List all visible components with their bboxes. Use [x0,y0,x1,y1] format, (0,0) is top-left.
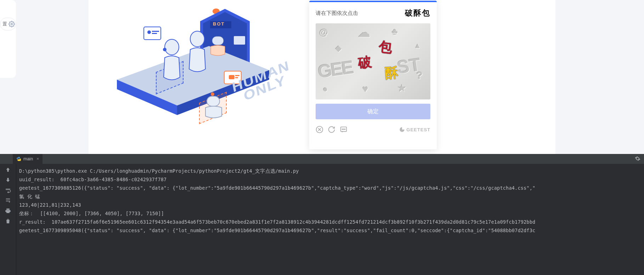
captcha-widget: 请在下图依次点击 破酥包 @ ☁ ♣ GEE ST ◆ ▲ ● ♥ ★ ? 破包… [309,1,437,149]
tab-main[interactable]: main × [13,154,43,164]
browser-demo-area: 置 BOT [0,0,644,154]
ide-tab-bar: un: main × [0,154,644,164]
captcha-footer: GEETEST [316,126,430,133]
human-tag [143,27,161,40]
captcha-instruction: 请在下图依次点击 [316,10,358,17]
confirm-button[interactable]: 确定 [316,104,430,119]
close-icon[interactable]: × [36,156,39,161]
svg-rect-19 [212,36,224,45]
captcha-char[interactable]: 酥 [384,64,399,83]
scanned-robot [207,34,228,58]
print-icon[interactable] [5,208,11,214]
svg-point-13 [190,31,204,47]
left-sidebar: 置 [0,0,16,78]
svg-rect-5 [234,36,245,45]
demo-canvas: BOT [89,0,555,154]
rerun-up-icon[interactable] [5,167,11,173]
geetest-logo-icon [399,127,405,132]
svg-point-14 [211,92,214,96]
human-only-illustration: BOT [106,0,290,149]
captcha-header: 请在下图依次点击 破酥包 [309,2,437,23]
rerun-down-icon[interactable] [5,177,11,183]
svg-rect-12 [152,33,157,34]
captcha-char[interactable]: 包 [378,38,393,57]
feedback-icon[interactable] [340,126,348,133]
captcha-target-chars: 破酥包 [405,8,430,18]
soft-wrap-icon[interactable] [5,187,11,193]
tab-label: main [23,156,33,161]
svg-rect-17 [235,75,239,76]
gear-icon[interactable] [635,156,640,161]
captcha-char[interactable]: 破 [357,53,373,73]
ide-run-panel: un: main × D:\python385\python.exe C:/Us… [0,154,644,275]
human-figure-1 [159,38,184,84]
python-icon [16,156,21,161]
refresh-icon[interactable] [328,126,335,133]
trash-icon[interactable] [5,218,11,224]
svg-rect-15 [207,96,220,106]
ide-gutter [0,164,16,275]
gear-icon [9,21,15,27]
svg-point-9 [165,39,179,55]
settings-label: 置 [2,21,7,27]
svg-point-0 [11,23,13,25]
human-figure-2 [185,30,210,76]
close-icon[interactable] [316,126,323,133]
captcha-image[interactable]: @ ☁ ♣ GEE ST ◆ ▲ ● ♥ ★ ? 破包酥 [316,23,430,99]
scroll-to-end-icon[interactable] [5,197,11,204]
bot-label: BOT [213,21,225,27]
svg-point-10 [147,30,151,34]
svg-point-23 [343,129,344,130]
settings-pill[interactable]: 置 [0,18,16,30]
console-output[interactable]: D:\python385\python.exe C:/Users/longhua… [16,164,644,275]
robot-figure [202,91,225,120]
human-dot [163,48,166,51]
svg-point-24 [345,129,345,130]
svg-rect-11 [152,31,159,32]
svg-point-22 [342,129,343,130]
svg-rect-16 [229,75,235,79]
geetest-brand: GEETEST [399,127,430,132]
